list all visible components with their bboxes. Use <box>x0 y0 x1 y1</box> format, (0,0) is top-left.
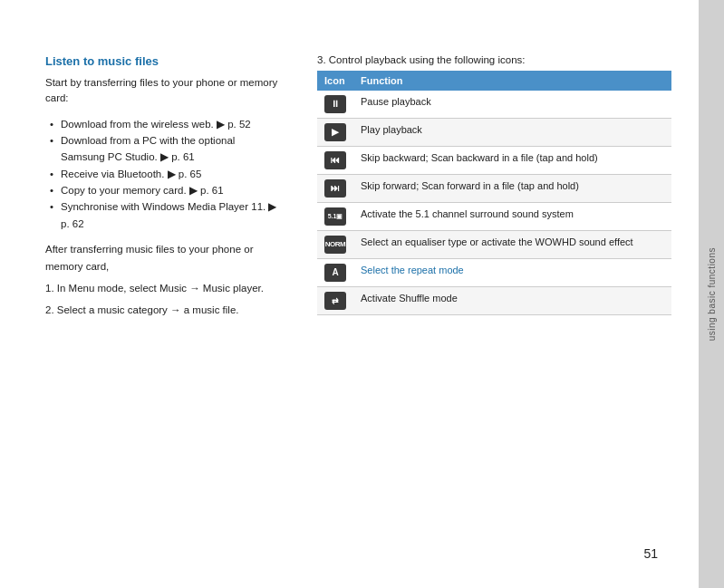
table-body: Pause playbackPlay playbackSkip backward… <box>317 91 671 315</box>
function-cell: Pause playback <box>353 91 671 119</box>
table-row: NORMSelect an equaliser type or activate… <box>317 231 671 259</box>
steps: 1. In Menu mode, select Music → Music pl… <box>45 280 281 319</box>
icon-cell: 5.1▣ <box>317 203 353 231</box>
table-row: 5.1▣Activate the 5.1 channel surround so… <box>317 203 671 231</box>
bullet-item: Download from the wireless web. ▶ p. 52 <box>50 116 281 132</box>
icon-cell: A <box>317 259 353 287</box>
section-title: Listen to music files <box>45 54 281 68</box>
intro-text: Start by transferring files to your phon… <box>45 75 281 107</box>
surround-icon: 5.1▣ <box>324 207 346 226</box>
two-column-layout: Listen to music files Start by transferr… <box>45 54 671 324</box>
function-cell: Activate Shuffle mode <box>353 287 671 315</box>
table-row: ⇄Activate Shuffle mode <box>317 287 671 315</box>
norm-icon: NORM <box>324 236 346 254</box>
bullet-item: Receive via Bluetooth. ▶ p. 65 <box>50 166 281 182</box>
skipback-icon <box>324 151 346 169</box>
icon-cell <box>317 91 353 119</box>
page-number: 51 <box>643 546 658 561</box>
function-cell: Activate the 5.1 channel surround sound … <box>353 203 671 231</box>
icon-table: Icon Function Pause playbackPlay playbac… <box>317 71 671 315</box>
step-2: 2. Select a music category → a music fil… <box>45 302 281 320</box>
right-sidebar: using basic functions <box>699 0 724 588</box>
function-cell: Skip backward; Scan backward in a file (… <box>353 147 671 175</box>
table-row: Skip forward; Scan forward in a file (ta… <box>317 175 671 203</box>
function-cell: Skip forward; Scan forward in a file (ta… <box>353 175 671 203</box>
bullet-item: Download from a PC with the optional Sam… <box>50 132 281 166</box>
step-3-heading: 3. Control playback using the following … <box>317 54 671 65</box>
bullet-item: Copy to your memory card. ▶ p. 61 <box>50 182 281 198</box>
play-icon <box>324 123 346 141</box>
table-row: Play playback <box>317 119 671 147</box>
function-cell: Play playback <box>353 119 671 147</box>
sidebar-label: using basic functions <box>707 247 717 341</box>
repeat-icon: A <box>324 264 346 282</box>
bullet-list: Download from the wireless web. ▶ p. 52D… <box>45 116 281 233</box>
table-row: Skip backward; Scan backward in a file (… <box>317 147 671 175</box>
left-column: Listen to music files Start by transferr… <box>45 54 281 324</box>
icon-cell: NORM <box>317 231 353 259</box>
table-header-row: Icon Function <box>317 71 671 91</box>
col-icon: Icon <box>317 71 353 91</box>
icon-cell <box>317 147 353 175</box>
after-bullets: After transferring music files to your p… <box>45 241 281 275</box>
skipfwd-icon <box>324 179 346 198</box>
shuffle-icon: ⇄ <box>324 292 346 310</box>
pause-icon <box>324 95 346 113</box>
table-row: ASelect the repeat mode <box>317 259 671 287</box>
icon-cell <box>317 119 353 147</box>
function-cell: Select the repeat mode <box>353 259 671 287</box>
step-1: 1. In Menu mode, select Music → Music pl… <box>45 280 281 298</box>
icon-cell <box>317 175 353 203</box>
function-cell: Select an equaliser type or activate the… <box>353 231 671 259</box>
main-content: Listen to music files Start by transferr… <box>0 0 699 588</box>
table-row: Pause playback <box>317 91 671 119</box>
right-column: 3. Control playback using the following … <box>317 54 671 324</box>
icon-cell: ⇄ <box>317 287 353 315</box>
bullet-item: Synchronise with Windows Media Player 11… <box>50 198 281 232</box>
col-function: Function <box>353 71 671 91</box>
